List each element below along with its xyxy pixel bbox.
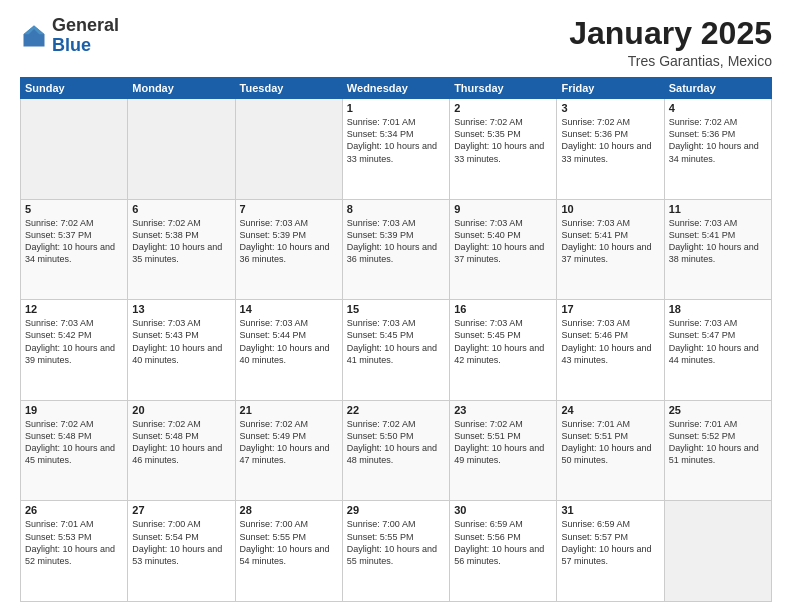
day-cell: 25Sunrise: 7:01 AMSunset: 5:52 PMDayligh…	[664, 400, 771, 501]
day-number: 2	[454, 102, 552, 114]
day-cell: 27Sunrise: 7:00 AMSunset: 5:54 PMDayligh…	[128, 501, 235, 602]
day-cell: 3Sunrise: 7:02 AMSunset: 5:36 PMDaylight…	[557, 99, 664, 200]
day-number: 24	[561, 404, 659, 416]
day-info: Sunrise: 7:01 AMSunset: 5:53 PMDaylight:…	[25, 518, 123, 567]
day-info: Sunrise: 7:03 AMSunset: 5:39 PMDaylight:…	[347, 217, 445, 266]
day-cell: 17Sunrise: 7:03 AMSunset: 5:46 PMDayligh…	[557, 300, 664, 401]
day-info: Sunrise: 7:03 AMSunset: 5:40 PMDaylight:…	[454, 217, 552, 266]
week-row-3: 12Sunrise: 7:03 AMSunset: 5:42 PMDayligh…	[21, 300, 772, 401]
day-cell: 4Sunrise: 7:02 AMSunset: 5:36 PMDaylight…	[664, 99, 771, 200]
day-cell: 30Sunrise: 6:59 AMSunset: 5:56 PMDayligh…	[450, 501, 557, 602]
day-cell: 19Sunrise: 7:02 AMSunset: 5:48 PMDayligh…	[21, 400, 128, 501]
day-cell: 29Sunrise: 7:00 AMSunset: 5:55 PMDayligh…	[342, 501, 449, 602]
header-sunday: Sunday	[21, 78, 128, 99]
day-info: Sunrise: 7:02 AMSunset: 5:50 PMDaylight:…	[347, 418, 445, 467]
day-info: Sunrise: 6:59 AMSunset: 5:57 PMDaylight:…	[561, 518, 659, 567]
week-row-5: 26Sunrise: 7:01 AMSunset: 5:53 PMDayligh…	[21, 501, 772, 602]
title-block: January 2025 Tres Garantias, Mexico	[569, 16, 772, 69]
day-number: 20	[132, 404, 230, 416]
day-number: 22	[347, 404, 445, 416]
day-info: Sunrise: 7:03 AMSunset: 5:45 PMDaylight:…	[454, 317, 552, 366]
day-cell: 2Sunrise: 7:02 AMSunset: 5:35 PMDaylight…	[450, 99, 557, 200]
day-info: Sunrise: 7:02 AMSunset: 5:51 PMDaylight:…	[454, 418, 552, 467]
day-info: Sunrise: 7:02 AMSunset: 5:36 PMDaylight:…	[561, 116, 659, 165]
day-number: 28	[240, 504, 338, 516]
day-number: 12	[25, 303, 123, 315]
day-info: Sunrise: 7:03 AMSunset: 5:41 PMDaylight:…	[669, 217, 767, 266]
day-cell: 23Sunrise: 7:02 AMSunset: 5:51 PMDayligh…	[450, 400, 557, 501]
day-number: 17	[561, 303, 659, 315]
day-cell: 22Sunrise: 7:02 AMSunset: 5:50 PMDayligh…	[342, 400, 449, 501]
day-cell: 14Sunrise: 7:03 AMSunset: 5:44 PMDayligh…	[235, 300, 342, 401]
day-info: Sunrise: 6:59 AMSunset: 5:56 PMDaylight:…	[454, 518, 552, 567]
main-title: January 2025	[569, 16, 772, 51]
header-tuesday: Tuesday	[235, 78, 342, 99]
day-number: 21	[240, 404, 338, 416]
day-cell: 10Sunrise: 7:03 AMSunset: 5:41 PMDayligh…	[557, 199, 664, 300]
header-wednesday: Wednesday	[342, 78, 449, 99]
day-number: 29	[347, 504, 445, 516]
day-cell: 1Sunrise: 7:01 AMSunset: 5:34 PMDaylight…	[342, 99, 449, 200]
day-number: 3	[561, 102, 659, 114]
day-number: 23	[454, 404, 552, 416]
day-number: 1	[347, 102, 445, 114]
day-info: Sunrise: 7:02 AMSunset: 5:48 PMDaylight:…	[25, 418, 123, 467]
day-number: 27	[132, 504, 230, 516]
day-info: Sunrise: 7:02 AMSunset: 5:37 PMDaylight:…	[25, 217, 123, 266]
day-info: Sunrise: 7:03 AMSunset: 5:41 PMDaylight:…	[561, 217, 659, 266]
day-number: 30	[454, 504, 552, 516]
day-cell: 11Sunrise: 7:03 AMSunset: 5:41 PMDayligh…	[664, 199, 771, 300]
day-cell	[128, 99, 235, 200]
day-cell: 21Sunrise: 7:02 AMSunset: 5:49 PMDayligh…	[235, 400, 342, 501]
day-cell: 13Sunrise: 7:03 AMSunset: 5:43 PMDayligh…	[128, 300, 235, 401]
week-row-2: 5Sunrise: 7:02 AMSunset: 5:37 PMDaylight…	[21, 199, 772, 300]
day-number: 8	[347, 203, 445, 215]
day-number: 5	[25, 203, 123, 215]
header-monday: Monday	[128, 78, 235, 99]
day-cell: 12Sunrise: 7:03 AMSunset: 5:42 PMDayligh…	[21, 300, 128, 401]
day-cell: 7Sunrise: 7:03 AMSunset: 5:39 PMDaylight…	[235, 199, 342, 300]
header-thursday: Thursday	[450, 78, 557, 99]
day-cell	[21, 99, 128, 200]
day-info: Sunrise: 7:00 AMSunset: 5:55 PMDaylight:…	[240, 518, 338, 567]
day-number: 25	[669, 404, 767, 416]
day-cell: 28Sunrise: 7:00 AMSunset: 5:55 PMDayligh…	[235, 501, 342, 602]
day-info: Sunrise: 7:03 AMSunset: 5:43 PMDaylight:…	[132, 317, 230, 366]
day-number: 6	[132, 203, 230, 215]
day-number: 31	[561, 504, 659, 516]
day-info: Sunrise: 7:03 AMSunset: 5:47 PMDaylight:…	[669, 317, 767, 366]
day-number: 4	[669, 102, 767, 114]
logo: General Blue	[20, 16, 119, 56]
day-number: 10	[561, 203, 659, 215]
logo-general: General	[52, 15, 119, 35]
day-info: Sunrise: 7:03 AMSunset: 5:46 PMDaylight:…	[561, 317, 659, 366]
day-info: Sunrise: 7:00 AMSunset: 5:55 PMDaylight:…	[347, 518, 445, 567]
day-info: Sunrise: 7:03 AMSunset: 5:45 PMDaylight:…	[347, 317, 445, 366]
logo-icon	[20, 22, 48, 50]
subtitle: Tres Garantias, Mexico	[569, 53, 772, 69]
day-number: 11	[669, 203, 767, 215]
day-number: 9	[454, 203, 552, 215]
header: General Blue January 2025 Tres Garantias…	[20, 16, 772, 69]
day-info: Sunrise: 7:02 AMSunset: 5:49 PMDaylight:…	[240, 418, 338, 467]
day-cell: 5Sunrise: 7:02 AMSunset: 5:37 PMDaylight…	[21, 199, 128, 300]
day-info: Sunrise: 7:01 AMSunset: 5:52 PMDaylight:…	[669, 418, 767, 467]
weekday-header-row: Sunday Monday Tuesday Wednesday Thursday…	[21, 78, 772, 99]
logo-text: General Blue	[52, 16, 119, 56]
week-row-4: 19Sunrise: 7:02 AMSunset: 5:48 PMDayligh…	[21, 400, 772, 501]
day-cell: 8Sunrise: 7:03 AMSunset: 5:39 PMDaylight…	[342, 199, 449, 300]
logo-blue: Blue	[52, 35, 91, 55]
day-cell	[664, 501, 771, 602]
day-number: 26	[25, 504, 123, 516]
day-info: Sunrise: 7:01 AMSunset: 5:51 PMDaylight:…	[561, 418, 659, 467]
day-info: Sunrise: 7:03 AMSunset: 5:39 PMDaylight:…	[240, 217, 338, 266]
day-cell: 15Sunrise: 7:03 AMSunset: 5:45 PMDayligh…	[342, 300, 449, 401]
day-cell: 16Sunrise: 7:03 AMSunset: 5:45 PMDayligh…	[450, 300, 557, 401]
day-info: Sunrise: 7:03 AMSunset: 5:42 PMDaylight:…	[25, 317, 123, 366]
day-cell: 9Sunrise: 7:03 AMSunset: 5:40 PMDaylight…	[450, 199, 557, 300]
day-info: Sunrise: 7:02 AMSunset: 5:48 PMDaylight:…	[132, 418, 230, 467]
day-number: 18	[669, 303, 767, 315]
day-info: Sunrise: 7:03 AMSunset: 5:44 PMDaylight:…	[240, 317, 338, 366]
day-number: 16	[454, 303, 552, 315]
page: General Blue January 2025 Tres Garantias…	[0, 0, 792, 612]
